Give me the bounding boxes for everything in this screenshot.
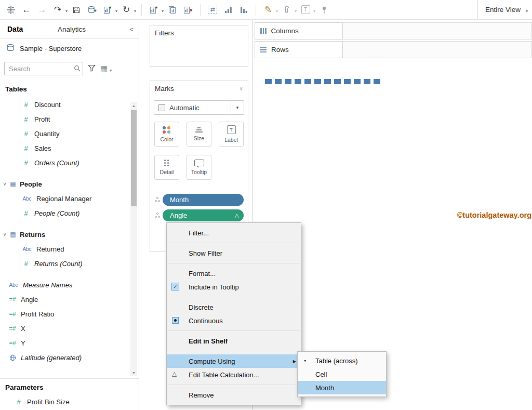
- field-item-returned[interactable]: AbcReturned: [0, 242, 139, 256]
- field-item-latitude-generated[interactable]: Latitude (generated): [0, 350, 139, 365]
- menu-item-edit-table-calculation[interactable]: △Edit Table Calculation...: [167, 368, 301, 381]
- tooltip-button[interactable]: Tooltip: [187, 155, 211, 180]
- group-members-dropdown-icon[interactable]: ▾: [295, 9, 297, 14]
- refresh-dropdown-icon[interactable]: ▾: [134, 9, 136, 14]
- add-worksheet-icon[interactable]: [148, 2, 160, 18]
- search-input[interactable]: [4, 62, 83, 75]
- sort-ascending-icon[interactable]: [222, 2, 234, 18]
- mark[interactable]: [354, 79, 361, 84]
- submenu-item-month[interactable]: Month: [298, 381, 386, 394]
- undo-icon[interactable]: ←: [20, 2, 33, 18]
- field-item-regional-manager[interactable]: AbcRegional Manager: [0, 191, 139, 206]
- filter-fields-icon[interactable]: [88, 64, 96, 73]
- field-item-measure-names[interactable]: AbcMeasure Names: [0, 277, 139, 292]
- fields-scrollbar[interactable]: ▲ ▼: [130, 102, 137, 376]
- field-group-returns[interactable]: ∨▦Returns: [0, 227, 139, 242]
- tab-data[interactable]: Data: [0, 20, 47, 38]
- highlight-icon[interactable]: ✎: [262, 2, 274, 18]
- menu-item-continuous[interactable]: Continuous: [167, 314, 301, 327]
- redo-icon[interactable]: →: [36, 2, 48, 18]
- collapse-pane-icon[interactable]: <: [124, 20, 139, 38]
- menu-item-format[interactable]: Format...: [167, 267, 301, 280]
- show-mark-labels-dropdown-icon[interactable]: ▾: [313, 9, 315, 14]
- drag-grip-icon[interactable]: [154, 213, 161, 218]
- refresh-icon[interactable]: ↻: [120, 2, 132, 18]
- mark[interactable]: [334, 79, 341, 84]
- expand-chevron-icon[interactable]: ∨: [1, 181, 8, 187]
- pill-angle[interactable]: Angle△: [163, 209, 244, 221]
- fit-selector[interactable]: Entire View ▾: [477, 0, 532, 20]
- detail-button[interactable]: Detail: [154, 155, 179, 180]
- field-item-profit[interactable]: #Profit: [0, 112, 139, 126]
- add-worksheet-dropdown-icon[interactable]: ▾: [162, 9, 164, 14]
- mark[interactable]: [324, 79, 331, 84]
- mark[interactable]: [364, 79, 370, 84]
- label-button[interactable]: T Label: [219, 122, 244, 147]
- mark[interactable]: [295, 79, 301, 84]
- swap-glyph: ⇄: [208, 6, 217, 14]
- menu-item-include-in-tooltip[interactable]: ✓Include in Tooltip: [167, 280, 301, 294]
- view-options-button[interactable]: ▦ ▾: [100, 64, 113, 73]
- new-datasource-icon[interactable]: [86, 2, 98, 18]
- field-item-orders-count[interactable]: #Orders (Count): [0, 155, 139, 170]
- field-item-x[interactable]: =#X: [0, 321, 139, 336]
- field-item-angle[interactable]: =#Angle: [0, 292, 139, 307]
- sort-descending-icon[interactable]: [237, 2, 250, 18]
- gantt-marks[interactable]: [265, 79, 380, 84]
- field-item-profit-ratio[interactable]: =#Profit Ratio: [0, 307, 139, 321]
- scroll-up-icon[interactable]: ▲: [130, 102, 137, 109]
- mark[interactable]: [265, 79, 272, 84]
- field-item-y[interactable]: =#Y: [0, 336, 139, 350]
- menu-item-remove[interactable]: Remove: [167, 388, 301, 402]
- fix-axes-icon[interactable]: [318, 2, 330, 18]
- replay-icon[interactable]: ↷: [51, 2, 64, 18]
- field-group-people[interactable]: ∨▦People: [0, 177, 139, 191]
- size-button[interactable]: Size: [187, 122, 211, 147]
- mark-type-select[interactable]: Automatic ▾: [154, 100, 244, 115]
- save-icon[interactable]: [70, 2, 83, 18]
- expand-chevron-icon[interactable]: ∨: [1, 232, 8, 237]
- datasource-item[interactable]: Sample - Superstore: [0, 39, 139, 58]
- scroll-down-icon[interactable]: ▼: [130, 369, 137, 376]
- field-item-returns-count[interactable]: #Returns (Count): [0, 256, 139, 271]
- drag-grip-icon[interactable]: [154, 197, 161, 202]
- replay-dropdown-icon[interactable]: ▾: [65, 9, 68, 14]
- rows-shelf-drop-area[interactable]: [343, 41, 532, 58]
- mark-type-dropdown-icon[interactable]: ▾: [231, 101, 244, 114]
- field-item-sales[interactable]: #Sales: [0, 141, 139, 155]
- swap-rows-columns-icon[interactable]: ⇄: [206, 2, 219, 18]
- menu-item-edit-in-shelf[interactable]: Edit in Shelf: [167, 334, 301, 348]
- tableau-logo-icon[interactable]: [5, 2, 17, 18]
- mark[interactable]: [374, 79, 380, 84]
- menu-item-filter[interactable]: Filter...: [167, 226, 301, 240]
- pill-month[interactable]: Month: [163, 194, 244, 206]
- mark[interactable]: [285, 79, 291, 84]
- marks-collapse-icon[interactable]: ∨: [240, 86, 243, 91]
- menu-item-discrete[interactable]: Discrete: [167, 300, 301, 314]
- filters-shelf[interactable]: Filters: [150, 25, 248, 67]
- duplicate-sheet-icon[interactable]: [166, 2, 179, 18]
- submenu-item-table-across[interactable]: ●Table (across): [298, 354, 386, 367]
- mark[interactable]: [304, 79, 311, 84]
- new-worksheet-dropdown-icon[interactable]: ▾: [115, 9, 117, 14]
- mark[interactable]: [275, 79, 282, 84]
- menu-item-compute-using[interactable]: Compute Using▶: [167, 354, 301, 368]
- field-item-quantity[interactable]: #Quantity: [0, 126, 139, 141]
- group-members-icon[interactable]: [281, 2, 293, 18]
- submenu-item-cell[interactable]: Cell: [298, 367, 386, 381]
- clear-sheet-icon[interactable]: [182, 2, 194, 18]
- mark[interactable]: [344, 79, 351, 84]
- show-mark-labels-icon[interactable]: T: [299, 2, 312, 18]
- tab-analytics[interactable]: Analytics: [47, 20, 124, 38]
- highlight-dropdown-icon[interactable]: ▾: [276, 9, 278, 14]
- field-item-people-count[interactable]: #People (Count): [0, 206, 139, 220]
- scrollbar-thumb[interactable]: [131, 110, 137, 206]
- field-item-discount[interactable]: #Discount: [0, 97, 139, 112]
- color-button[interactable]: Color: [154, 122, 179, 147]
- mark[interactable]: [314, 79, 321, 84]
- new-worksheet-icon[interactable]: [101, 2, 114, 18]
- menu-item-show-filter[interactable]: Show Filter: [167, 246, 301, 260]
- menu-separator: [168, 263, 300, 263]
- parameter-item[interactable]: # Profit Bin Size: [0, 394, 139, 409]
- columns-shelf-drop-area[interactable]: [343, 22, 532, 39]
